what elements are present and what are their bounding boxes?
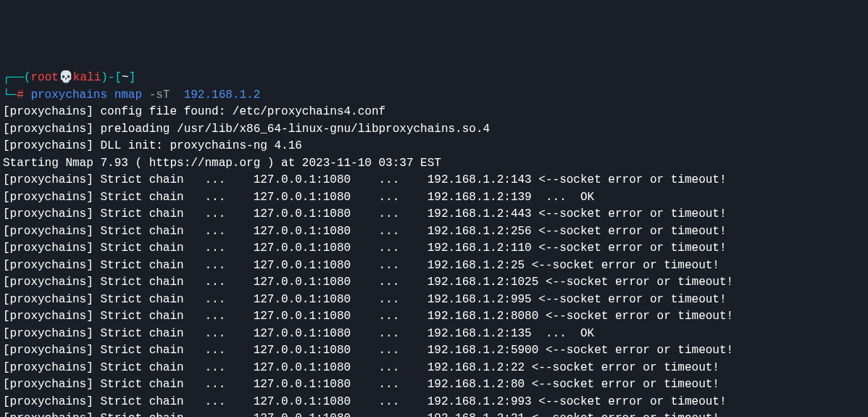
chain-line: [proxychains] Strict chain ... 127.0.0.1… [3,274,865,292]
chain-line: [proxychains] Strict chain ... 127.0.0.1… [3,410,865,417]
chain-line: [proxychains] Strict chain ... 127.0.0.1… [3,360,865,377]
chain-line: [proxychains] Strict chain ... 127.0.0.1… [3,292,865,309]
chain-line: [proxychains] Strict chain ... 127.0.0.1… [3,223,865,241]
chain-line: [proxychains] Strict chain ... 127.0.0.1… [3,240,865,257]
chain-line: [proxychains] Strict chain ... 127.0.0.1… [3,172,865,189]
chain-line: [proxychains] Strict chain ... 127.0.0.1… [3,257,865,275]
chain-line: [proxychains] Strict chain ... 127.0.0.1… [3,394,865,411]
output-line: Starting Nmap 7.93 ( https://nmap.org ) … [3,155,865,173]
output-line: [proxychains] DLL init: proxychains-ng 4… [3,138,865,155]
chain-line: [proxychains] Strict chain ... 127.0.0.1… [3,342,865,360]
terminal-output: ┌──(root💀kali)-[~]└─# proxychains nmap -… [3,70,865,417]
chain-line: [proxychains] Strict chain ... 127.0.0.1… [3,326,865,343]
chain-line: [proxychains] Strict chain ... 127.0.0.1… [3,206,865,223]
output-line: [proxychains] config file found: /etc/pr… [3,104,865,121]
chain-line: [proxychains] Strict chain ... 127.0.0.1… [3,308,865,326]
chain-line: [proxychains] Strict chain ... 127.0.0.1… [3,376,865,394]
prompt-line-2[interactable]: └─# proxychains nmap -sT 192.168.1.2 [3,87,865,104]
prompt-line-1: ┌──(root💀kali)-[~] [3,70,865,87]
output-line: [proxychains] preloading /usr/lib/x86_64… [3,121,865,139]
chain-line: [proxychains] Strict chain ... 127.0.0.1… [3,189,865,207]
